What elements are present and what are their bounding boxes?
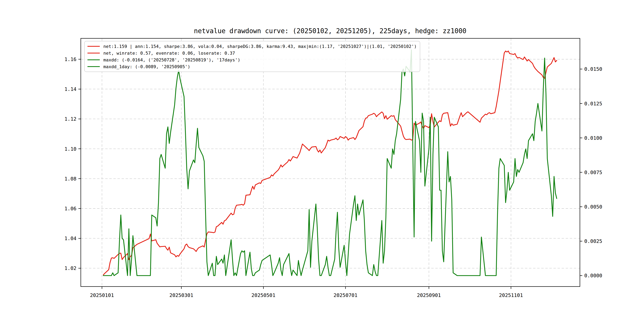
right-tick-label: 0.0025 (584, 238, 602, 244)
legend-line-sample (88, 46, 100, 47)
legend-box: net:1.159 | ann:1.154, sharpe:3.86, vola… (84, 41, 420, 72)
x-tick-label: 20250701 (334, 292, 358, 298)
left-tick-label: 1.06 (64, 206, 76, 212)
axes-layer: 1.021.041.061.081.101.121.141.160.00000.… (64, 38, 602, 298)
right-tick-label: 0.0075 (584, 170, 602, 175)
legend-label: net, winrate: 0.57, evenrate: 0.06, lose… (103, 51, 235, 56)
legend-label: maxdd: (-0.0164, ('20250728', '20250819'… (103, 58, 240, 62)
net-curve (103, 51, 557, 275)
left-tick-label: 1.10 (64, 146, 76, 152)
right-tick-label: 0.0125 (584, 101, 602, 106)
legend-line-sample (88, 60, 100, 60)
chart-title: netvalue drawdown curve: (20250102, 2025… (194, 27, 466, 35)
x-tick-label: 20251101 (499, 292, 523, 298)
right-tick-label: 0.0150 (584, 66, 602, 72)
x-tick-label: 20250101 (90, 292, 114, 298)
left-tick-label: 1.12 (64, 116, 76, 122)
left-tick-label: 1.16 (64, 56, 76, 62)
left-tick-label: 1.14 (64, 86, 76, 92)
x-tick-label: 20250301 (169, 292, 193, 298)
right-tick-label: 0.0100 (584, 135, 602, 141)
right-tick-label: 0.0000 (584, 273, 602, 278)
drawdown-curve (103, 50, 557, 276)
legend-item-maxdd_1day: maxdd_1day: (-0.0089, '20250905') (88, 63, 416, 70)
legend-item-net: net:1.159 | ann:1.154, sharpe:3.86, vola… (88, 43, 416, 50)
grid-layer (81, 38, 580, 286)
legend-item-maxdd: maxdd: (-0.0164, ('20250728', '20250819'… (88, 56, 416, 63)
left-tick-label: 1.04 (64, 236, 76, 241)
legend-label: net:1.159 | ann:1.154, sharpe:3.86, vola… (103, 44, 416, 49)
legend-line-sample (88, 66, 100, 67)
legend-line-sample (88, 53, 100, 54)
x-tick-label: 20250901 (417, 292, 441, 298)
x-tick-label: 20250501 (252, 292, 275, 298)
right-tick-label: 0.0050 (584, 204, 602, 210)
legend-item-net: net, winrate: 0.57, evenrate: 0.06, lose… (88, 50, 416, 56)
left-tick-label: 1.02 (64, 265, 76, 271)
series-layer (103, 50, 557, 276)
figure: 1.021.041.061.081.101.121.141.160.00000.… (0, 0, 644, 322)
plot-frame (81, 38, 580, 286)
legend-label: maxdd_1day: (-0.0089, '20250905') (103, 64, 190, 69)
left-tick-label: 1.08 (64, 176, 76, 182)
